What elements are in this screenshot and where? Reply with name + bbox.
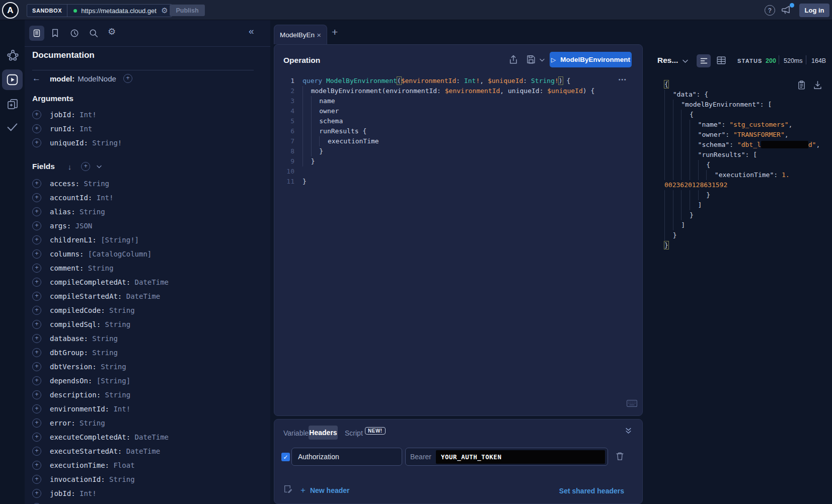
tab-variables[interactable]: Variables — [283, 429, 312, 437]
field-type[interactable]: DateTime — [135, 278, 169, 286]
add-field-icon[interactable]: + — [32, 306, 41, 315]
field-type[interactable]: Int — [80, 125, 92, 133]
edit-headers-as-text-icon[interactable] — [283, 484, 292, 493]
field-row[interactable]: +compileStartedAt: DateTime — [32, 289, 169, 303]
new-tab-button[interactable]: + — [332, 26, 338, 38]
add-field-icon[interactable]: + — [32, 193, 41, 202]
run-operation-button[interactable]: ▷ ModelByEnvironment — [550, 52, 632, 67]
set-shared-headers-link[interactable]: Set shared headers — [559, 487, 624, 495]
field-type[interactable]: String — [101, 363, 126, 371]
field-type[interactable]: String — [92, 349, 118, 357]
field-type[interactable]: Int! — [97, 194, 114, 202]
field-type[interactable]: String — [80, 208, 105, 216]
graphql-code-editor[interactable]: 1query ModelByEnvironment($environmentId… — [274, 76, 629, 187]
field-type[interactable]: DateTime — [126, 447, 160, 455]
field-type[interactable]: Int! — [113, 405, 130, 413]
share-operation-icon[interactable] — [509, 55, 518, 64]
add-field-icon[interactable]: + — [32, 249, 41, 259]
collapse-bottom-panel-icon[interactable] — [625, 428, 632, 434]
new-header-button[interactable]: + New header — [300, 485, 350, 495]
field-type[interactable]: String — [105, 391, 131, 399]
close-tab-icon[interactable]: × — [317, 31, 321, 39]
field-row[interactable]: +alias: String — [32, 205, 169, 219]
field-type[interactable]: [String] — [97, 377, 130, 385]
add-field-icon[interactable]: + — [32, 179, 41, 188]
field-row[interactable]: +jobId: Int! — [32, 486, 169, 500]
add-field-icon[interactable]: + — [32, 390, 41, 399]
graph-icon[interactable] — [7, 49, 19, 61]
field-row[interactable]: +executeCompletedAt: DateTime — [32, 430, 169, 444]
add-field-icon[interactable]: + — [32, 264, 41, 273]
field-type[interactable]: String — [80, 419, 105, 427]
field-type[interactable]: [CatalogColumn] — [88, 250, 152, 258]
add-field-icon[interactable]: + — [32, 110, 41, 119]
tab-headers[interactable]: Headers — [309, 426, 338, 440]
field-row[interactable]: +args: JSON — [32, 219, 169, 233]
field-row[interactable]: +environmentId: Int! — [32, 402, 169, 416]
keyboard-shortcuts-icon[interactable] — [627, 400, 637, 407]
add-field-icon[interactable]: + — [32, 138, 41, 147]
field-row[interactable]: +dbtVersion: String — [32, 360, 169, 374]
field-type[interactable]: [String!] — [101, 236, 139, 244]
tab-script[interactable]: Script — [345, 429, 363, 437]
field-row[interactable]: +jobId: Int! — [32, 108, 122, 122]
search-icon[interactable] — [89, 29, 98, 38]
field-row[interactable]: +childrenL1: [String!] — [32, 233, 169, 247]
header-value-field[interactable]: Bearer YOUR_AUTH_TOKEN — [405, 448, 608, 466]
collections-icon[interactable] — [7, 99, 18, 110]
endpoint-chip[interactable]: SANDBOX https://metadata.cloud.get ⚙ — [27, 4, 172, 17]
field-row[interactable]: +runId: Int — [32, 122, 122, 136]
field-row[interactable]: +invocationId: String — [32, 472, 169, 486]
response-panel-title[interactable]: Res... — [657, 56, 678, 65]
field-row[interactable]: +executionTime: Float — [32, 458, 169, 472]
field-row[interactable]: +dependsOn: [String] — [32, 374, 169, 388]
field-row[interactable]: +accountId: Int! — [32, 191, 169, 205]
endpoint-url[interactable]: https://metadata.cloud.get — [81, 7, 158, 15]
header-key-input[interactable] — [291, 448, 402, 466]
add-field-icon[interactable]: + — [32, 348, 41, 357]
field-row[interactable]: +dbtGroup: String — [32, 346, 169, 360]
field-type[interactable]: String — [105, 320, 131, 328]
field-row[interactable]: +access: String — [32, 177, 169, 191]
collapse-panel-icon[interactable]: « — [249, 26, 254, 37]
add-type-icon[interactable]: + — [123, 74, 132, 83]
add-field-icon[interactable]: + — [32, 124, 41, 133]
field-type[interactable]: String — [109, 306, 135, 314]
add-field-icon[interactable]: + — [32, 292, 41, 301]
field-row[interactable]: +compileCompletedAt: DateTime — [32, 275, 169, 289]
field-type[interactable]: Int! — [80, 111, 97, 119]
add-field-icon[interactable]: + — [32, 235, 41, 244]
field-row[interactable]: +compiledCode: String — [32, 303, 169, 317]
field-type[interactable]: String! — [92, 139, 122, 147]
field-type[interactable]: String — [88, 264, 114, 272]
field-row[interactable]: +description: String — [32, 388, 169, 402]
field-type[interactable]: Float — [113, 461, 134, 469]
delete-header-icon[interactable] — [616, 452, 624, 461]
bookmarks-icon[interactable] — [51, 29, 59, 38]
field-row[interactable]: +columns: [CatalogColumn] — [32, 247, 169, 261]
sort-fields-icon[interactable]: ↓ — [68, 162, 72, 171]
field-row[interactable]: +database: String — [32, 331, 169, 346]
add-field-icon[interactable]: + — [32, 461, 41, 470]
add-field-icon[interactable]: + — [32, 489, 41, 498]
save-operation-icon[interactable] — [526, 55, 536, 64]
add-field-icon[interactable]: + — [32, 221, 41, 230]
add-field-icon[interactable]: + — [32, 418, 41, 428]
field-row[interactable]: + — [32, 500, 169, 504]
add-all-fields-icon[interactable]: + — [81, 162, 90, 171]
field-type[interactable]: Int! — [80, 489, 97, 497]
add-field-icon[interactable]: + — [32, 362, 41, 371]
explorer-nav-item[interactable] — [2, 69, 23, 90]
publish-button[interactable]: Publish — [170, 5, 205, 16]
field-type[interactable]: String — [84, 180, 109, 188]
login-button[interactable]: Log in — [799, 4, 829, 17]
response-dropdown-chevron-icon[interactable] — [683, 59, 688, 63]
field-row[interactable]: +comment: String — [32, 261, 169, 275]
field-row[interactable]: +uniqueId: String! — [32, 136, 122, 150]
save-options-chevron-icon[interactable] — [540, 58, 545, 62]
add-field-icon[interactable]: + — [32, 475, 41, 484]
field-type[interactable]: String — [92, 334, 118, 343]
help-icon[interactable]: ? — [765, 5, 775, 16]
add-field-icon[interactable]: + — [32, 334, 41, 343]
documentation-tab-icon[interactable] — [29, 26, 44, 41]
